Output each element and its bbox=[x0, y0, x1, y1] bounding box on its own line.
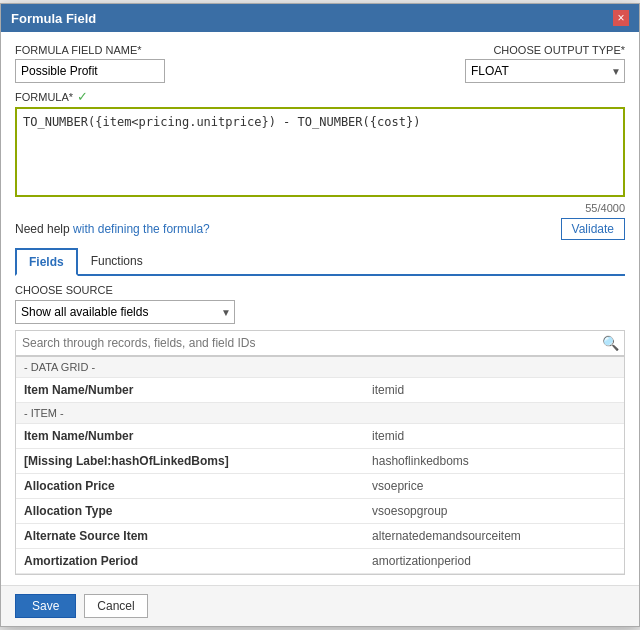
validate-button[interactable]: Validate bbox=[561, 218, 625, 240]
field-id-cell: itemid bbox=[364, 378, 624, 403]
output-type-label: CHOOSE OUTPUT TYPE* bbox=[493, 44, 625, 56]
field-label-cell: Allocation Type bbox=[16, 499, 364, 524]
search-row: 🔍 bbox=[15, 330, 625, 356]
field-label-cell: Allocation Price bbox=[16, 474, 364, 499]
field-id-cell: vsoeprice bbox=[364, 474, 624, 499]
close-button[interactable]: × bbox=[613, 10, 629, 26]
field-id-cell: hashoflinkedboms bbox=[364, 449, 624, 474]
list-item[interactable]: [Missing Label:hashOfLinkedBoms] hashofl… bbox=[16, 449, 624, 474]
field-name-group: FORMULA FIELD NAME* bbox=[15, 44, 165, 83]
help-text: Need help with defining the formula? bbox=[15, 222, 210, 236]
formula-label-row: FORMULA* ✓ bbox=[15, 89, 625, 104]
help-validate-row: Need help with defining the formula? Val… bbox=[15, 218, 625, 240]
dialog-footer: Save Cancel bbox=[1, 585, 639, 626]
search-input[interactable] bbox=[15, 330, 625, 356]
dialog-header: Formula Field × bbox=[1, 4, 639, 32]
output-type-select[interactable]: FLOAT INTEGER STRING BOOLEAN bbox=[465, 59, 625, 83]
source-select[interactable]: Show all available fields Data Grid Item… bbox=[15, 300, 235, 324]
field-name-input[interactable] bbox=[15, 59, 165, 83]
search-icon: 🔍 bbox=[602, 335, 619, 351]
list-item[interactable]: Alternate Source Item alternatedemandsou… bbox=[16, 524, 624, 549]
field-label-cell: Item Name/Number bbox=[16, 378, 364, 403]
list-item[interactable]: Allocation Type vsoesopgroup bbox=[16, 499, 624, 524]
formula-textarea[interactable]: TO_NUMBER({item<pricing.unitprice}) - TO… bbox=[15, 107, 625, 197]
top-row: FORMULA FIELD NAME* CHOOSE OUTPUT TYPE* … bbox=[15, 44, 625, 83]
formula-field-dialog: Formula Field × FORMULA FIELD NAME* CHOO… bbox=[0, 3, 640, 627]
field-id-cell: alternatedemandsourceitem bbox=[364, 524, 624, 549]
source-select-wrap: Show all available fields Data Grid Item… bbox=[15, 300, 235, 324]
formula-valid-icon: ✓ bbox=[77, 89, 88, 104]
cancel-button[interactable]: Cancel bbox=[84, 594, 147, 618]
fields-table: - DATA GRID - Item Name/Number itemid - … bbox=[15, 356, 625, 575]
output-type-group: CHOOSE OUTPUT TYPE* FLOAT INTEGER STRING… bbox=[465, 44, 625, 83]
dialog-title: Formula Field bbox=[11, 11, 96, 26]
field-label-cell: Amortization Period bbox=[16, 549, 364, 574]
list-item[interactable]: Amortization Period amortizationperiod bbox=[16, 549, 624, 574]
list-item[interactable]: Item Name/Number itemid bbox=[16, 378, 624, 403]
list-item[interactable]: Allocation Price vsoeprice bbox=[16, 474, 624, 499]
field-label-cell: Item Name/Number bbox=[16, 424, 364, 449]
field-name-label: FORMULA FIELD NAME* bbox=[15, 44, 165, 56]
field-id-cell: itemid bbox=[364, 424, 624, 449]
output-type-select-wrap: FLOAT INTEGER STRING BOOLEAN ▼ bbox=[465, 59, 625, 83]
section-item-label: - ITEM - bbox=[16, 403, 624, 424]
section-data-grid-label: - DATA GRID - bbox=[16, 357, 624, 378]
fields-table-inner: - DATA GRID - Item Name/Number itemid - … bbox=[16, 357, 624, 574]
field-id-cell: amortizationperiod bbox=[364, 549, 624, 574]
section-item: - ITEM - bbox=[16, 403, 624, 424]
list-item[interactable]: Item Name/Number itemid bbox=[16, 424, 624, 449]
tabs-row: Fields Functions bbox=[15, 248, 625, 276]
field-label-cell: [Missing Label:hashOfLinkedBoms] bbox=[16, 449, 364, 474]
tab-functions[interactable]: Functions bbox=[78, 248, 156, 276]
field-id-cell: vsoesopgroup bbox=[364, 499, 624, 524]
field-label-cell: Alternate Source Item bbox=[16, 524, 364, 549]
char-count: 55/4000 bbox=[15, 202, 625, 214]
help-link[interactable]: with defining the formula? bbox=[73, 222, 210, 236]
formula-label: FORMULA* bbox=[15, 91, 73, 103]
dialog-body: FORMULA FIELD NAME* CHOOSE OUTPUT TYPE* … bbox=[1, 32, 639, 585]
choose-source-label: CHOOSE SOURCE bbox=[15, 284, 625, 296]
tab-fields[interactable]: Fields bbox=[15, 248, 78, 276]
save-button[interactable]: Save bbox=[15, 594, 76, 618]
section-data-grid: - DATA GRID - bbox=[16, 357, 624, 378]
